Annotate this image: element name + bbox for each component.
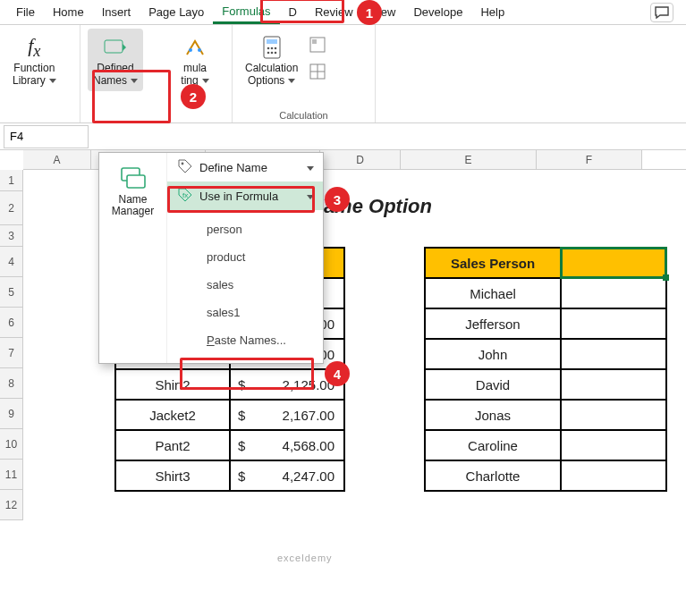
table-cell[interactable]: Jonas [425, 400, 561, 430]
table-cell[interactable]: David [425, 369, 561, 400]
tab-insert[interactable]: Insert [93, 2, 140, 22]
callout-num-3: 3 [325, 187, 350, 212]
tab-developer[interactable]: Develope [404, 2, 471, 22]
selected-cell-F4[interactable] [561, 248, 666, 278]
svg-point-8 [267, 52, 269, 55]
row-2[interactable]: 2 [0, 191, 23, 225]
tab-home[interactable]: Home [44, 2, 93, 22]
formula-tag-icon: fx [176, 188, 194, 205]
row-10[interactable]: 10 [0, 429, 23, 460]
col-F[interactable]: F [537, 150, 642, 169]
name-manager-icon [120, 162, 147, 194]
svg-point-9 [270, 52, 273, 55]
row-12[interactable]: 12 [0, 490, 23, 520]
row-6[interactable]: 6 [0, 308, 23, 338]
svg-point-1 [189, 48, 192, 52]
row-5[interactable]: 5 [0, 277, 23, 308]
svg-rect-4 [267, 39, 277, 44]
ribbon-tabs: File Home Insert Page Layo Formulas D Re… [0, 0, 686, 25]
calculation-group-label: Calculation [240, 108, 368, 121]
table-cell[interactable]: Jefferson [425, 308, 561, 339]
row-7[interactable]: 7 [0, 338, 23, 368]
row-11[interactable]: 11 [0, 460, 23, 490]
name-tag-icon [104, 32, 127, 63]
tab-formulas[interactable]: Formulas [213, 1, 279, 24]
col-D[interactable]: D [320, 150, 401, 169]
calculator-icon [262, 32, 282, 63]
svg-point-2 [198, 48, 201, 52]
table-cell[interactable]: $2,167.00 [230, 400, 344, 430]
table-cell[interactable] [561, 460, 666, 491]
table-cell[interactable]: Pant2 [115, 430, 230, 460]
names-list: person product sales sales1 PPaste Names… [167, 210, 323, 363]
svg-rect-17 [127, 175, 145, 188]
name-item-sales1[interactable]: sales1 [167, 299, 323, 326]
table-cell[interactable]: Jacket2 [115, 400, 230, 430]
svg-rect-12 [312, 39, 317, 44]
row-8[interactable]: 8 [0, 368, 23, 399]
calculation-options-button[interactable]: Calculation Options [240, 29, 303, 91]
define-name-item[interactable]: Define Name [167, 153, 323, 181]
fx-icon: fx [28, 32, 40, 63]
defined-names-button[interactable]: Defined Names [88, 29, 143, 91]
tab-review[interactable]: Review [306, 2, 362, 22]
row-9[interactable]: 9 [0, 399, 23, 429]
table-cell[interactable] [561, 400, 666, 430]
table-cell[interactable]: Shirt2 [115, 369, 230, 400]
defined-names-dropdown: Name Manager Define Name fx Use in Formu… [98, 152, 324, 364]
row-3[interactable]: 3 [0, 225, 23, 247]
formula-bar [0, 123, 686, 150]
tag-icon [176, 159, 194, 176]
calculate-sheet-icon[interactable] [307, 61, 328, 82]
table-cell[interactable] [561, 278, 666, 308]
table-cell[interactable]: Charlotte [425, 460, 561, 491]
col-A[interactable]: A [23, 150, 91, 169]
salesperson-table: Sales Person Michael Jefferson John Davi… [424, 247, 667, 492]
comments-button[interactable] [650, 3, 673, 22]
svg-point-18 [182, 162, 184, 165]
svg-rect-0 [105, 40, 123, 53]
calculate-now-icon[interactable] [307, 34, 328, 55]
table-cell[interactable]: $4,247.00 [230, 460, 344, 491]
svg-point-5 [267, 47, 269, 50]
table-cell[interactable]: Shirt3 [115, 460, 230, 491]
callout-num-2: 2 [181, 84, 206, 109]
row-1[interactable]: 1 [0, 170, 23, 191]
svg-point-6 [270, 47, 273, 50]
table-cell[interactable]: Caroline [425, 430, 561, 460]
ribbon: fx Function Library Defined Names mula t… [0, 25, 686, 123]
name-item-product[interactable]: product [167, 243, 323, 271]
table-cell[interactable]: $4,568.00 [230, 430, 344, 460]
table-cell[interactable] [561, 369, 666, 400]
tab-help[interactable]: Help [471, 2, 513, 22]
tab-file[interactable]: File [7, 2, 44, 22]
formula-auditing-button[interactable]: mula ting [168, 29, 222, 91]
name-item-sales[interactable]: sales [167, 271, 323, 299]
auditing-icon [184, 32, 206, 63]
table-cell[interactable] [561, 308, 666, 339]
name-item-person[interactable]: person [167, 215, 323, 243]
paste-names-item[interactable]: PPaste Names...aste Names... [167, 326, 323, 354]
name-manager-button[interactable]: Name Manager [99, 153, 167, 363]
row-4[interactable]: 4 [0, 247, 23, 277]
col-E[interactable]: E [401, 150, 537, 169]
watermark: exceldemy [277, 553, 333, 563]
svg-point-7 [274, 47, 276, 50]
name-box[interactable] [4, 125, 89, 148]
table-cell[interactable]: Michael [425, 278, 561, 308]
svg-text:fx: fx [182, 191, 188, 199]
table-cell[interactable]: John [425, 339, 561, 369]
callout-num-1: 1 [357, 0, 382, 25]
tab-pagelayout[interactable]: Page Layo [140, 2, 213, 22]
use-in-formula-item[interactable]: fx Use in Formula [167, 181, 323, 210]
function-library-button[interactable]: fx Function Library [7, 29, 62, 91]
tab-data[interactable]: D [280, 2, 306, 22]
callout-num-4: 4 [325, 361, 350, 386]
salesperson-header: Sales Person [425, 248, 561, 278]
svg-point-10 [274, 52, 276, 55]
table-cell[interactable] [561, 339, 666, 369]
row-headers: 1 2 3 4 5 6 7 8 9 10 11 12 [0, 170, 23, 520]
table-cell[interactable] [561, 430, 666, 460]
